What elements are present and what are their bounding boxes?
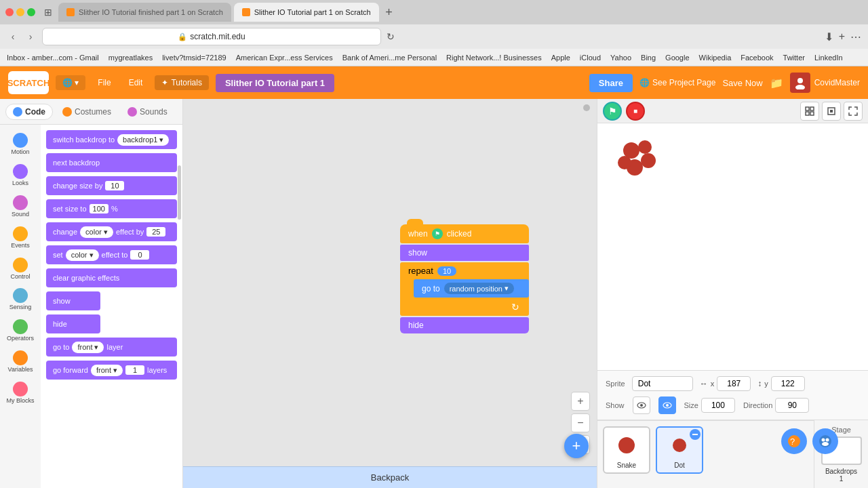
hat-block-when-clicked[interactable]: when ⚑ clicked xyxy=(400,224,529,243)
bookmark-twitter[interactable]: Twitter xyxy=(783,54,805,62)
change-size-val[interactable]: 10 xyxy=(105,181,124,190)
size-field[interactable] xyxy=(701,398,735,413)
see-project-btn[interactable]: 🌐 See Project Page xyxy=(639,78,715,87)
category-operators[interactable]: Operators xyxy=(4,317,37,345)
bookmark-facebook[interactable]: Facebook xyxy=(741,54,773,62)
bookmark-wikipedia[interactable]: Wikipedia xyxy=(699,54,732,62)
project-name-btn[interactable]: Slither IO Tutorial part 1 xyxy=(216,74,334,92)
forward-btn[interactable]: › xyxy=(24,30,37,43)
edit-menu-btn[interactable]: Edit xyxy=(123,75,149,90)
bookmark-apple[interactable]: Apple xyxy=(551,54,570,62)
block-change-size[interactable]: change size by 10 xyxy=(46,176,177,195)
download-btn[interactable]: ⬇ xyxy=(825,30,833,43)
scratch-logo[interactable]: SCRATCH xyxy=(8,71,49,94)
green-flag-btn[interactable]: ⚑ xyxy=(603,102,622,121)
back-btn[interactable]: ‹ xyxy=(7,30,19,43)
category-events[interactable]: Events xyxy=(8,224,33,252)
language-btn[interactable]: 🌐 ▾ xyxy=(56,75,85,90)
tutorials-btn[interactable]: ✦ Tutorials xyxy=(155,75,209,90)
block-clear-effects[interactable]: clear graphic effects xyxy=(46,268,177,287)
x-field[interactable] xyxy=(717,376,751,391)
block-next-backdrop[interactable]: next backdrop xyxy=(46,153,177,172)
effect-val[interactable]: 25 xyxy=(146,227,165,237)
block-set-size[interactable]: set size to 100 % xyxy=(46,199,177,218)
hide-eye-btn[interactable] xyxy=(658,396,676,414)
y-field[interactable] xyxy=(771,376,805,391)
go-to-random-block[interactable]: go to random position ▾ xyxy=(414,279,529,298)
save-now-btn[interactable]: Save Now xyxy=(722,78,762,88)
show-eye-btn[interactable] xyxy=(633,396,650,414)
block-set-effect[interactable]: set color ▾ effect to 0 xyxy=(46,245,177,264)
category-control[interactable]: Control xyxy=(7,255,33,283)
traffic-light-red[interactable] xyxy=(5,8,14,16)
bookmark-bing[interactable]: Bing xyxy=(641,54,656,62)
tab-inactive[interactable]: Slither IO Tutorial finished part 1 on S… xyxy=(58,3,231,22)
scratch-helper-btn[interactable]: ? xyxy=(781,428,807,454)
menu-btn[interactable]: ⋯ xyxy=(850,30,861,43)
add-sprite-btn[interactable]: + xyxy=(564,434,589,458)
set-effect-val[interactable]: 0 xyxy=(130,250,149,260)
set-size-val[interactable]: 100 xyxy=(90,204,108,214)
bookmark-livetv[interactable]: livetv?tmsid=72189 xyxy=(162,54,226,62)
traffic-light-yellow[interactable] xyxy=(16,8,24,16)
repeat-val[interactable]: 10 xyxy=(437,266,456,276)
sprite-thumb-dot[interactable]: Dot xyxy=(656,426,703,474)
reload-btn[interactable]: ↻ xyxy=(387,31,395,42)
block-hide[interactable]: hide xyxy=(46,314,100,333)
stack-hide[interactable]: hide xyxy=(400,317,529,333)
category-sound[interactable]: Sound xyxy=(9,192,32,221)
bookmark-amex[interactable]: American Expr...ess Services xyxy=(236,54,333,62)
username-label[interactable]: CovidMaster xyxy=(814,78,860,87)
category-motion[interactable]: Motion xyxy=(8,130,32,159)
bookmark-linkedin[interactable]: LinkedIn xyxy=(814,54,843,62)
bookmark-mygreatlakes[interactable]: mygreatlakes xyxy=(108,54,153,62)
tab-code[interactable]: Code xyxy=(5,104,53,120)
zoom-in-btn[interactable]: + xyxy=(571,392,590,411)
block-go-to-layer[interactable]: go to front ▾ layer xyxy=(46,338,177,357)
block-go-forward[interactable]: go forward front ▾ 1 layers xyxy=(46,361,177,380)
delete-sprite-btn[interactable] xyxy=(690,429,701,440)
sidebar-toggle-icon[interactable]: ⊞ xyxy=(41,5,56,20)
block-show[interactable]: show xyxy=(46,291,100,310)
tab-active[interactable]: Slither IO Tutorial part 1 on Scratch xyxy=(234,3,379,22)
bookmark-yahoo[interactable]: Yahoo xyxy=(610,54,631,62)
normal-view-btn[interactable] xyxy=(800,102,819,121)
random-position-dropdown[interactable]: random position ▾ xyxy=(444,283,514,294)
canvas-area[interactable]: when ⚑ clicked show repeat 10 xyxy=(183,99,597,488)
small-view-btn[interactable] xyxy=(822,102,841,121)
bookmark-icloud[interactable]: iCloud xyxy=(580,54,601,62)
repeat-block[interactable]: repeat 10 go to random position ▾ xyxy=(400,262,529,316)
url-bar[interactable]: 🔒 scratch.mit.edu xyxy=(42,28,381,45)
set-effect-type[interactable]: color ▾ xyxy=(66,249,99,261)
tab-costumes[interactable]: Costumes xyxy=(56,104,118,119)
sprite-thumb-snake[interactable]: Snake xyxy=(603,426,650,474)
backpack-bar[interactable]: Backpack xyxy=(183,466,597,488)
switch-backdrop-val[interactable]: backdrop1 ▾ xyxy=(117,134,169,146)
category-looks[interactable]: Looks xyxy=(9,161,31,190)
user-avatar[interactable] xyxy=(790,73,810,93)
folder-icon[interactable]: 📁 xyxy=(770,77,783,89)
go-forward-dropdown[interactable]: front ▾ xyxy=(91,365,123,376)
layer-dropdown[interactable]: front ▾ xyxy=(72,342,104,353)
category-my-blocks[interactable]: My Blocks xyxy=(3,379,37,407)
bookmark-gmail[interactable]: Inbox - amber...com - Gmail xyxy=(7,54,99,62)
category-variables[interactable]: Variables xyxy=(5,348,36,376)
block-switch-backdrop[interactable]: switch backdrop to backdrop1 ▾ xyxy=(46,130,177,149)
traffic-light-green[interactable] xyxy=(27,8,35,16)
block-change-effect[interactable]: change color ▾ effect by 25 xyxy=(46,222,177,241)
community-btn[interactable] xyxy=(812,428,838,454)
stop-btn[interactable]: ■ xyxy=(626,102,645,121)
category-sensing[interactable]: Sensing xyxy=(7,285,35,314)
bookmark-bofa[interactable]: Bank of Ameri...me Personal xyxy=(342,54,437,62)
stack-show[interactable]: show xyxy=(400,245,529,261)
add-tab-btn[interactable]: + xyxy=(839,30,845,43)
new-tab-btn[interactable]: + xyxy=(382,5,397,20)
direction-field[interactable] xyxy=(775,398,809,413)
tab-sounds[interactable]: Sounds xyxy=(121,104,174,119)
bookmark-google[interactable]: Google xyxy=(665,54,689,62)
zoom-out-btn[interactable]: − xyxy=(571,413,590,432)
go-forward-val[interactable]: 1 xyxy=(125,365,144,375)
effect-type[interactable]: color ▾ xyxy=(80,226,113,238)
file-menu-btn[interactable]: File xyxy=(92,75,116,90)
bookmark-rightnetwork[interactable]: Right Network...! Businesses xyxy=(446,54,542,62)
